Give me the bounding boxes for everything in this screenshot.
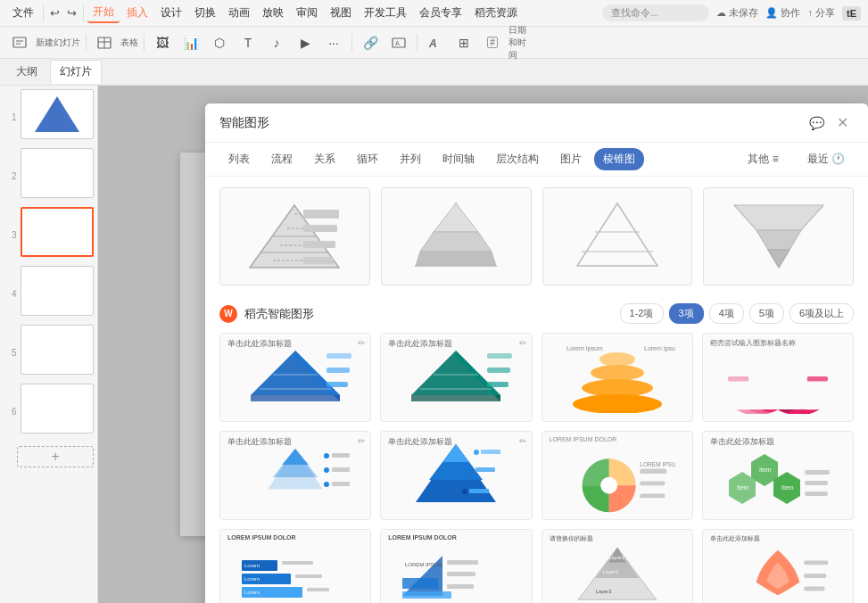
cat-tab-list[interactable]: 列表 [219,148,259,170]
svg-marker-29 [734,205,823,230]
collab-label[interactable]: 👤 协作 [765,6,800,20]
menu-item-view[interactable]: 视图 [325,4,357,22]
dialog-title: 智能图形 [219,115,269,131]
wordart-btn[interactable]: A [423,30,448,55]
cat-tab-pyramid[interactable]: 棱锥图 [594,148,644,170]
tab-bar: 大纲 幻灯片 [0,59,868,86]
svg-marker-34 [251,395,340,401]
dialog-close-btn[interactable]: ✕ [831,112,854,133]
add-slide-btn[interactable]: + [17,446,94,467]
slide-thumb-5[interactable] [21,325,94,375]
dialog-comment-icon[interactable]: 💬 [809,116,824,130]
menu-item-switch[interactable]: 切换 [189,4,221,22]
slide-thumb-2[interactable] [21,148,94,198]
menu-item-insert[interactable]: 插入 [121,4,153,22]
slide-num-3: 3 [4,230,17,240]
link-btn[interactable]: 🔗 [358,30,383,55]
svg-text:Item: Item [737,484,749,491]
smart-card-flat-colorful[interactable]: Lorem Ipsum Lorem Ipsum [541,333,693,422]
svg-rect-13 [303,225,337,232]
filter-1-2[interactable]: 1-2项 [620,303,664,324]
menu-item-devtools[interactable]: 开发工具 [359,4,412,22]
cat-tab-cycle[interactable]: 循环 [348,148,387,170]
basic-shape-pyramid-outline[interactable] [542,187,693,285]
slide-thumb-4[interactable] [21,266,94,316]
svg-rect-63 [332,467,350,472]
cat-tab-other[interactable]: 其他 ≡ [739,148,787,170]
menu-item-review[interactable]: 审阅 [291,4,323,22]
date-time-btn[interactable]: 日期和时间 [508,30,533,55]
cat-tab-flow[interactable]: 流程 [262,148,302,170]
text-btn[interactable]: T [236,30,260,55]
slide-num-btn[interactable]: # [480,30,505,55]
cat-tab-hierarchy[interactable]: 层次结构 [487,148,548,170]
menu-item-resources[interactable]: 稻壳资源 [469,4,523,22]
svg-rect-38 [327,368,350,373]
more-btn[interactable]: ··· [321,30,346,55]
filter-5[interactable]: 5项 [749,303,784,324]
svg-text:Lorem: Lorem [244,563,260,568]
smart-card-hexagon-green[interactable]: 单击此处添加标题 Item Item Item [702,431,854,520]
menu-item-play[interactable]: 放映 [257,4,289,22]
smart-card-landscape-blue[interactable]: LOREM IPSUM DOLOR Lorem [219,529,371,603]
smart-card-3d-teal[interactable]: 单击此处添加标题 ✏ [380,333,532,422]
slide-thumb-3[interactable] [21,207,94,257]
filter-4[interactable]: 4项 [709,303,744,324]
slide-thumb-6[interactable] [21,384,94,434]
new-slide-label: 新建幻灯片 [36,37,80,49]
svg-rect-72 [475,467,495,472]
new-slide-btn[interactable] [7,30,32,55]
textbox-btn[interactable]: A [386,30,411,55]
basic-shape-pyramid-lines[interactable] [219,187,370,285]
image-btn[interactable]: 🖼 [150,30,175,55]
smart-card-flat-triangle[interactable]: 单击此处添加标题 ✏ [380,431,532,520]
align-btn[interactable]: ⊞ [451,30,476,55]
search-input[interactable]: 查找命令... [602,4,709,21]
table-btn[interactable] [92,30,117,55]
slide-thumb-1[interactable] [21,89,94,139]
cat-tab-parallel[interactable]: 并列 [391,148,430,170]
svg-marker-32 [251,351,340,395]
chart-btn[interactable]: 📊 [178,30,203,55]
cat-tab-relation[interactable]: 关系 [305,148,344,170]
menu-item-file[interactable]: 文件 [7,4,39,22]
basic-shape-funnel[interactable] [703,187,854,285]
smart-card-teardrop[interactable]: LOREM IPSUM DOLOR [541,431,693,520]
svg-rect-62 [332,453,350,458]
toolbar-icon-undo[interactable]: ↩ [47,4,62,21]
svg-point-50 [599,352,635,367]
tab-outline[interactable]: 大纲 [7,61,46,83]
video-btn[interactable]: ▶ [293,30,318,55]
card-edit-icon-6: ✏ [519,436,526,446]
smart-card-semicircle-pink[interactable]: 稻壳尝试输入图形标题名称 [702,333,854,422]
cat-tab-picture[interactable]: 图片 [551,148,591,170]
menu-item-animate[interactable]: 动画 [223,4,255,22]
menu-item-vip[interactable]: 会员专享 [414,4,467,22]
smart-shapes-grid-row2: 单击此处添加标题 ✏ [219,431,854,520]
svg-rect-101 [447,560,478,565]
toolbar-icon-redo[interactable]: ↪ [64,4,79,21]
smart-card-pyramid-section[interactable]: 请替换你的标题 Layer1 Layer2 Layer3 [541,529,693,603]
audio-btn[interactable]: ♪ [264,30,289,55]
smart-card-organic-colorful[interactable]: 单击此处添加标题 [702,529,854,603]
filter-3[interactable]: 3项 [669,303,704,324]
cat-tab-timeline[interactable]: 时间轴 [434,148,484,170]
shape-btn[interactable]: ⬡ [207,30,232,55]
slide-num-5: 5 [4,348,17,358]
smart-card-blue-dots[interactable]: 单击此处添加标题 ✏ [219,431,371,520]
menu-bar-right: 查找命令... ☁ 未保存 👤 协作 ↑ 分享 tE [602,4,861,21]
smart-card-landscape-mixed[interactable]: LOREM IPSUM DOLOR LOREM IPSUM [380,529,532,603]
basic-shape-pyramid-solid[interactable] [381,187,532,285]
menu-item-start[interactable]: 开始 [87,3,120,23]
menu-item-design[interactable]: 设计 [155,4,187,22]
tab-slides[interactable]: 幻灯片 [50,60,102,84]
share-label[interactable]: ↑ 分享 [807,6,835,20]
dialog-body: W 稻壳智能图形 1-2项 3项 4项 5项 6项及以上 [205,177,868,603]
svg-rect-102 [447,572,475,576]
cat-tab-recent[interactable]: 最近 🕐 [798,148,854,170]
card-title-5: 单击此处添加标题 [227,436,292,448]
user-avatar[interactable]: tE [842,6,861,21]
smart-card-3d-blue[interactable]: 单击此处添加标题 ✏ [219,333,371,422]
filter-6plus[interactable]: 6项及以上 [789,303,854,324]
svg-rect-88 [805,491,828,496]
